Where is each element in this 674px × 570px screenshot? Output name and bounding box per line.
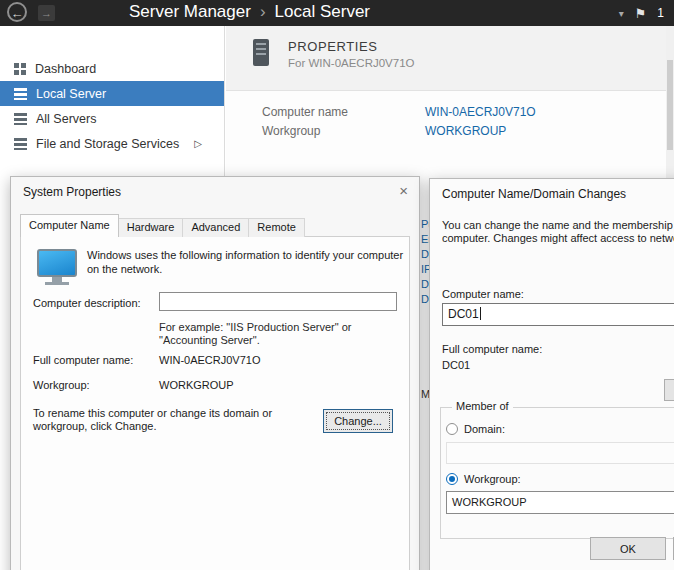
properties-header: PROPERTIES For WIN-0AECRJ0V71O xyxy=(226,26,666,90)
computer-monitor-icon xyxy=(37,249,77,277)
sidebar-item-local-server[interactable]: Local Server xyxy=(0,81,224,106)
chevron-down-icon[interactable]: ▾ xyxy=(619,8,624,19)
full-computer-name-label: Full computer name: xyxy=(442,343,542,355)
computer-name-tab-page: Windows uses the following information t… xyxy=(20,236,410,570)
rename-help-text: workgroup, click Change. xyxy=(33,420,157,432)
sidebar-item-label: File and Storage Services xyxy=(36,137,179,151)
dialog-title: Computer Name/Domain Changes xyxy=(442,187,626,201)
tab-hardware[interactable]: Hardware xyxy=(118,218,184,237)
clipped-link-fragment: En xyxy=(421,233,429,245)
notification-flag-icon[interactable]: ⚑ xyxy=(635,6,647,21)
change-button[interactable]: Change... xyxy=(323,409,393,433)
rename-help-text: To rename this computer or change its do… xyxy=(33,407,272,419)
computer-name-input[interactable]: DC01 xyxy=(442,303,674,326)
tab-advanced[interactable]: Advanced xyxy=(182,218,249,237)
intro-text: computer. Changes might affect access to… xyxy=(442,232,674,244)
tab-strip: Computer Name Hardware Advanced Remote xyxy=(20,214,304,237)
clipped-properties-column: Pu En D IP D D M xyxy=(420,204,429,404)
properties-subtitle: For WIN-0AECRJ0V71O xyxy=(288,57,415,69)
domain-radio-label[interactable]: Domain: xyxy=(464,423,505,435)
intro-text: Windows uses the following information t… xyxy=(87,249,403,261)
workgroup-radio-label[interactable]: Workgroup: xyxy=(464,473,521,485)
servers-icon xyxy=(14,113,27,125)
server-tile-icon xyxy=(253,39,269,66)
clipped-text-fragment: M xyxy=(421,388,429,400)
workgroup-input[interactable]: WORKGROUP xyxy=(446,491,674,514)
titlebar: ← → Server Manager›Local Server ▾ ⚑ 1 xyxy=(0,0,674,26)
scrollbar-thumb[interactable] xyxy=(667,60,673,150)
storage-icon xyxy=(14,138,27,150)
tab-computer-name[interactable]: Computer Name xyxy=(20,214,119,237)
clipped-link-fragment: IP xyxy=(421,263,429,275)
workgroup-value: WORKGROUP xyxy=(159,379,234,391)
sidebar-item-label: Local Server xyxy=(36,87,106,101)
server-icon xyxy=(14,88,27,100)
computer-description-label: Computer description: xyxy=(33,297,141,309)
app-title: Server Manager xyxy=(129,2,251,21)
full-computer-name-label: Full computer name: xyxy=(33,354,133,366)
server-manager-window: ← → Server Manager›Local Server ▾ ⚑ 1 Da… xyxy=(0,0,674,570)
close-icon[interactable]: × xyxy=(399,182,408,199)
clipped-link-fragment: Pu xyxy=(421,218,429,230)
property-label: Computer name xyxy=(262,105,425,119)
computer-name-input-value: DC01 xyxy=(448,307,479,321)
sidebar-item-file-storage-services[interactable]: File and Storage Services ▷ xyxy=(0,131,224,156)
workgroup-link[interactable]: WORKGROUP xyxy=(425,124,506,138)
properties-title: PROPERTIES xyxy=(288,39,378,54)
property-row: Workgroup WORKGROUP xyxy=(226,121,666,140)
clipped-link-fragment: D xyxy=(421,278,429,290)
computer-name-label: Computer name: xyxy=(442,288,524,300)
sidebar-item-all-servers[interactable]: All Servers xyxy=(0,106,224,131)
more-button[interactable] xyxy=(664,379,674,401)
property-label: Workgroup xyxy=(262,124,425,138)
workgroup-label: Workgroup: xyxy=(33,379,90,391)
computer-description-input[interactable] xyxy=(159,292,397,311)
clipped-link-fragment: D xyxy=(421,248,429,260)
back-button[interactable]: ← xyxy=(7,2,27,22)
intro-text: on the network. xyxy=(87,263,162,275)
titlebar-actions: ▾ ⚑ 1 xyxy=(619,0,664,26)
system-properties-dialog: System Properties × Computer Name Hardwa… xyxy=(10,176,420,570)
breadcrumb: Server Manager›Local Server xyxy=(129,2,370,22)
dialog-title: System Properties xyxy=(23,185,121,199)
back-arrow-icon: ← xyxy=(11,6,24,21)
intro-text: You can change the name and the membersh… xyxy=(442,219,674,231)
example-text: "Accounting Server". xyxy=(159,334,260,346)
computer-name-link[interactable]: WIN-0AECRJ0V71O xyxy=(425,105,536,119)
breadcrumb-current-page: Local Server xyxy=(275,2,370,21)
sidebar-item-dashboard[interactable]: Dashboard xyxy=(0,56,224,81)
ok-button[interactable]: OK xyxy=(590,537,666,560)
name-changes-dialog: Computer Name/Domain Changes You can cha… xyxy=(429,178,674,570)
full-computer-name-value: DC01 xyxy=(442,359,470,371)
text-cursor xyxy=(480,307,481,320)
sidebar-item-label: All Servers xyxy=(36,112,96,126)
full-computer-name-value: WIN-0AECRJ0V71O xyxy=(159,354,260,366)
domain-input[interactable] xyxy=(446,442,674,464)
member-of-label: Member of xyxy=(452,400,513,412)
example-text: For example: "IIS Production Server" or xyxy=(159,321,351,333)
tab-remote[interactable]: Remote xyxy=(248,218,305,237)
workgroup-radio[interactable] xyxy=(446,473,458,485)
domain-radio[interactable] xyxy=(446,423,458,435)
forward-arrow-icon: → xyxy=(41,7,52,19)
chevron-right-icon: ▷ xyxy=(194,138,202,149)
dashboard-icon xyxy=(14,63,26,75)
breadcrumb-separator-icon: › xyxy=(260,2,266,21)
notification-count-badge[interactable]: 1 xyxy=(657,6,664,20)
clipped-link-fragment: D xyxy=(421,293,429,305)
property-row: Computer name WIN-0AECRJ0V71O xyxy=(226,102,666,121)
forward-button[interactable]: → xyxy=(38,5,55,21)
sidebar-item-label: Dashboard xyxy=(35,62,96,76)
